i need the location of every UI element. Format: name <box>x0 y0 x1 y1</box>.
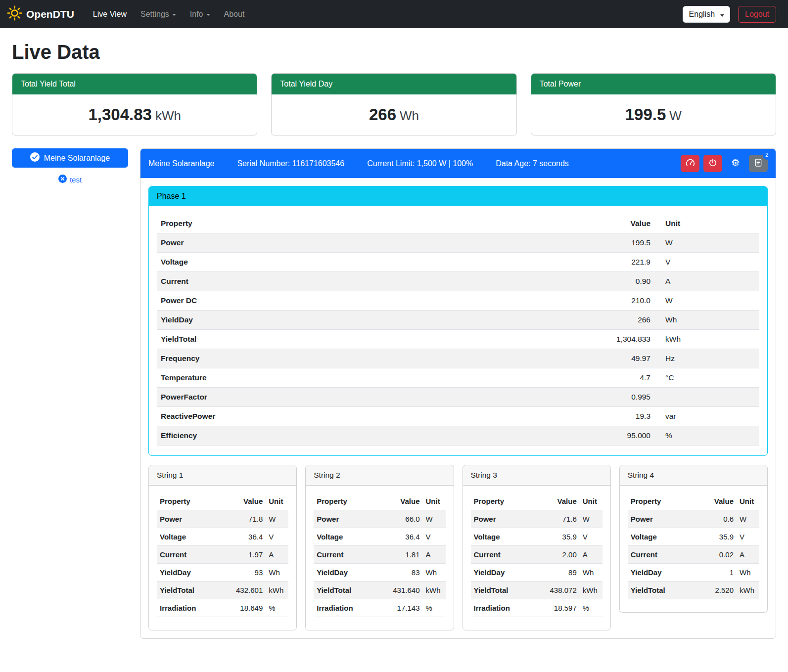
cpu-icon <box>731 158 740 169</box>
nav-settings[interactable]: Settings <box>134 6 183 23</box>
value-cell: 432.601 <box>233 582 266 599</box>
card-unit: W <box>669 108 682 123</box>
value-cell: 35.9 <box>547 528 580 546</box>
string-body: Property Value Unit Power66.0WVoltage36.… <box>306 486 453 630</box>
unit-cell <box>654 388 759 407</box>
unit-cell: W <box>654 291 759 311</box>
navbar-right: English Logout <box>683 6 776 23</box>
value-cell: 431.640 <box>390 582 422 599</box>
property-cell: Current <box>157 272 594 291</box>
logout-button[interactable]: Logout <box>738 6 776 23</box>
property-cell: YieldDay <box>628 564 704 582</box>
property-cell: PowerFactor <box>157 388 594 407</box>
property-cell: Frequency <box>157 349 594 368</box>
nav-info[interactable]: Info <box>183 6 217 23</box>
unit-cell: V <box>580 528 603 546</box>
sidebar-item-test[interactable]: test <box>12 175 128 184</box>
table-row: Current1.97A <box>157 546 288 564</box>
journal-icon <box>754 158 763 169</box>
property-cell: YieldDay <box>314 564 390 582</box>
string-1-table: Property Value Unit Power71.8WVoltage36.… <box>157 493 288 617</box>
unit-cell: W <box>266 510 288 528</box>
unit-cell: W <box>737 510 759 528</box>
panel-actions: 2 <box>681 155 768 172</box>
column-property: Property <box>471 493 547 510</box>
table-row: Irradiation17.143% <box>314 599 445 617</box>
property-cell: YieldTotal <box>157 330 594 349</box>
nav-about[interactable]: About <box>217 6 252 23</box>
table-row: YieldDay266Wh <box>157 311 759 330</box>
column-value: Value <box>233 493 266 510</box>
string-3-table: Property Value Unit Power71.6WVoltage35.… <box>471 493 603 617</box>
unit-cell: var <box>654 407 759 426</box>
property-cell: Power <box>314 510 390 528</box>
property-cell: ReactivePower <box>157 407 594 426</box>
value-cell: 4.7 <box>594 368 654 388</box>
table-row: YieldTotal2.520kWh <box>628 582 759 599</box>
string-3-card: String 3 Property Value Unit <box>463 465 611 630</box>
value-cell: 18.597 <box>547 599 580 617</box>
inverter-select-button[interactable]: Meine Solaranlage <box>12 148 128 168</box>
brand-link[interactable]: OpenDTU <box>7 5 74 23</box>
property-cell: Power <box>471 510 547 528</box>
property-cell: YieldDay <box>471 564 547 582</box>
sidebar-item-test-label: test <box>70 176 82 184</box>
limit-settings-button[interactable] <box>681 155 699 172</box>
main-row: Meine Solaranlage test Meine Solaranlage… <box>12 148 776 639</box>
x-circle-icon <box>58 175 67 184</box>
column-value: Value <box>390 493 422 510</box>
unit-cell: kWh <box>654 330 759 349</box>
unit-cell: A <box>654 272 759 291</box>
card-body: 199.5W <box>531 94 776 135</box>
string-4-card: String 4 Property Value Unit <box>619 465 768 613</box>
column-unit: Unit <box>580 493 603 510</box>
unit-cell: V <box>423 528 446 546</box>
sun-icon <box>7 5 22 23</box>
property-cell: YieldTotal <box>157 582 233 599</box>
table-row: Irradiation18.597% <box>471 599 603 617</box>
value-cell: 36.4 <box>390 528 422 546</box>
table-row: Temperature4.7°C <box>157 368 759 388</box>
table-header-row: Property Value Unit <box>157 493 288 510</box>
card-title: Total Power <box>531 74 776 94</box>
inverter-name: Meine Solaranlage <box>148 159 214 168</box>
phase-body: Property Value Unit Power199.5WVoltage22… <box>149 206 767 455</box>
column-property: Property <box>314 493 390 510</box>
event-log-button[interactable]: 2 <box>749 155 768 172</box>
strings-row: String 1 Property Value Unit <box>148 465 768 630</box>
power-button[interactable] <box>703 155 722 172</box>
column-unit: Unit <box>654 214 759 233</box>
unit-cell: Wh <box>654 311 759 330</box>
property-cell: Irradiation <box>471 599 547 617</box>
table-header-row: Property Value Unit <box>471 493 603 510</box>
chevron-down-icon <box>206 14 210 16</box>
column-unit: Unit <box>737 493 759 510</box>
value-cell: 438.072 <box>547 582 580 599</box>
unit-cell: % <box>654 426 759 446</box>
property-cell: Power <box>628 510 704 528</box>
value-cell: 221.9 <box>594 253 654 272</box>
language-select[interactable]: English <box>683 6 730 23</box>
unit-cell: Hz <box>654 349 759 368</box>
inverter-panel-body: Phase 1 Property Value Unit Power199.5WV… <box>140 178 776 638</box>
nav-live-view[interactable]: Live View <box>86 6 134 23</box>
card-unit: Wh <box>400 108 419 123</box>
nav-live-view-label: Live View <box>93 10 127 19</box>
value-cell: 0.02 <box>704 546 737 564</box>
table-row: Power199.5W <box>157 233 759 253</box>
property-cell: Power DC <box>157 291 594 311</box>
string-body: Property Value Unit Power71.8WVoltage36.… <box>149 486 296 630</box>
table-header-row: Property Value Unit <box>628 493 759 510</box>
value-cell: 199.5 <box>594 233 654 253</box>
table-row: Voltage35.9V <box>471 528 603 546</box>
device-info-button[interactable] <box>726 155 745 172</box>
value-cell: 89 <box>547 564 580 582</box>
property-cell: Current <box>628 546 704 564</box>
column-property: Property <box>157 493 233 510</box>
summary-cards-row: Total Yield Total 1,304.83kWh Total Yiel… <box>12 73 776 135</box>
unit-cell: Wh <box>580 564 603 582</box>
inverter-sidebar: Meine Solaranlage test <box>12 148 128 184</box>
column-property: Property <box>628 493 704 510</box>
value-cell: 210.0 <box>594 291 654 311</box>
table-row: Voltage36.4V <box>314 528 445 546</box>
